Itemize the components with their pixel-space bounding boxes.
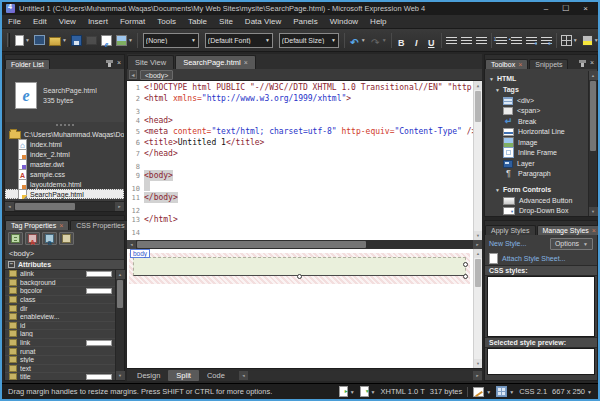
code-line-2[interactable]: 2<html xmlns="http://www.w3.org/1999/xht… — [127, 93, 473, 104]
toolbar-grip[interactable] — [7, 33, 10, 47]
folder-root-item[interactable]: C:\Users\Muhammad.Waqas\Documents\M — [5, 129, 124, 139]
attach-style-sheet-link[interactable]: Attach Style Sheet... — [502, 255, 565, 262]
print-button[interactable] — [84, 32, 99, 49]
attribute-row-id[interactable]: id — [5, 322, 115, 331]
new-document-button[interactable] — [13, 32, 32, 49]
attribute-row-class[interactable]: class — [5, 296, 115, 305]
menu-table[interactable]: Table — [182, 15, 213, 28]
dropdown-caret-icon[interactable] — [573, 37, 578, 43]
menu-data-view[interactable]: Data View — [239, 15, 287, 28]
tab-manage-styles[interactable]: Manage Styles — [537, 225, 600, 235]
collapse-triangle-icon[interactable] — [489, 76, 494, 82]
highlight-button[interactable] — [580, 32, 600, 49]
scroll-left-icon[interactable] — [127, 240, 136, 249]
menu-site[interactable]: Site — [213, 15, 239, 28]
file-item-master.dwt[interactable]: master.dwt — [5, 159, 124, 169]
tab-toolbox[interactable]: Toolbox — [485, 59, 528, 69]
file-item-sample.css[interactable]: sample.css — [5, 169, 124, 179]
menu-help[interactable]: Help — [364, 15, 392, 28]
attribute-value-field[interactable] — [86, 271, 112, 277]
code-line-14[interactable]: 14 — [127, 225, 473, 236]
dropdown-caret-icon[interactable] — [587, 389, 592, 395]
dropdown-caret-icon[interactable] — [594, 37, 599, 43]
body-tag-label[interactable]: body — [130, 249, 150, 258]
scroll-up-icon[interactable] — [474, 81, 483, 90]
pin-icon[interactable] — [108, 60, 111, 67]
body-element-box[interactable] — [133, 257, 466, 276]
panel-close-icon[interactable] — [590, 59, 594, 67]
toolbox-item-div[interactable]: <div> — [485, 95, 588, 106]
tab-apply-styles[interactable]: Apply Styles — [485, 225, 536, 235]
design-view[interactable]: body — [127, 249, 482, 368]
size-dropdown[interactable]: (Default Size) — [279, 33, 339, 48]
attribute-row-title[interactable]: title — [5, 373, 115, 380]
scroll-down-icon[interactable] — [589, 207, 598, 216]
margin-hatch-area[interactable] — [129, 253, 470, 284]
code-line-8[interactable]: 8 — [127, 159, 473, 170]
summary-button[interactable] — [59, 232, 74, 245]
menu-view[interactable]: View — [53, 15, 82, 28]
dropdown-caret-icon[interactable] — [361, 37, 366, 43]
toolbox-item-hr[interactable]: Horizontal Line — [485, 127, 588, 138]
dropdown-caret-icon[interactable] — [128, 37, 133, 43]
tag-properties-vscrollbar[interactable] — [115, 270, 124, 380]
tab-site-view[interactable]: Site View — [127, 55, 174, 69]
code-vscrollbar[interactable] — [473, 81, 482, 240]
tab-folder-list[interactable]: Folder List — [5, 59, 50, 69]
font-dropdown[interactable]: (Default Font) — [205, 33, 273, 48]
attribute-value-field[interactable] — [86, 374, 112, 380]
bold-button[interactable] — [394, 32, 409, 49]
scroll-down-icon[interactable] — [474, 359, 483, 368]
scroll-left-icon[interactable] — [5, 202, 14, 211]
bullet-list-button[interactable] — [509, 32, 524, 49]
align-right-button[interactable] — [474, 32, 489, 49]
attribute-row-background[interactable]: background — [5, 279, 115, 288]
menu-format[interactable]: Format — [114, 15, 151, 28]
code-line-11[interactable]: 11</body> — [127, 192, 473, 203]
breadcrumb-back-icon[interactable] — [129, 70, 137, 79]
attribute-row-link[interactable]: link — [5, 339, 115, 348]
design-vscrollbar[interactable] — [473, 249, 482, 368]
borders-button[interactable] — [559, 32, 580, 49]
attribute-value-field[interactable] — [86, 340, 112, 346]
code-view[interactable]: 1<!DOCTYPE html PUBLIC "-//W3C//DTD XHTM… — [127, 81, 482, 240]
dropdown-caret-icon[interactable] — [350, 389, 355, 395]
dropdown-caret-icon[interactable] — [265, 37, 270, 43]
collapse-triangle-icon[interactable] — [495, 187, 500, 193]
panel-close-icon[interactable] — [117, 59, 121, 67]
open-folder-button[interactable] — [47, 32, 69, 49]
code-hscrollbar[interactable] — [127, 240, 482, 249]
new-style-link[interactable]: New Style... — [489, 240, 526, 247]
tab-css-properties[interactable]: CSS Properties — [70, 220, 130, 230]
tab-close-icon[interactable] — [592, 227, 596, 234]
view-design[interactable]: Design — [129, 370, 168, 381]
dropdown-caret-icon[interactable] — [486, 389, 491, 395]
style-dropdown[interactable]: (None) — [143, 33, 199, 48]
attribute-row-text[interactable]: text — [5, 365, 115, 374]
toolbox-item-span[interactable]: <span> — [485, 106, 588, 117]
numbered-list-button[interactable] — [494, 32, 509, 49]
menu-tools[interactable]: Tools — [151, 15, 182, 28]
toolbox-item-iframe[interactable]: Inline Frame — [485, 148, 588, 159]
file-item-layoutdemo.html[interactable]: layoutdemo.html — [5, 179, 124, 189]
code-line-1[interactable]: 1<!DOCTYPE html PUBLIC "-//W3C//DTD XHTM… — [127, 82, 473, 93]
align-left-button[interactable] — [444, 32, 459, 49]
categorized-button[interactable] — [8, 232, 23, 245]
dropdown-caret-icon[interactable] — [371, 389, 376, 395]
dropdown-caret-icon[interactable] — [382, 37, 387, 43]
resize-handle-right-bottom[interactable] — [463, 274, 468, 279]
toolbox-group-form-controls[interactable]: Form Controls — [485, 184, 588, 195]
attribute-row-style[interactable]: style — [5, 356, 115, 365]
collapse-triangle-icon[interactable] — [495, 87, 500, 93]
toolbox-item-paragraph[interactable]: Paragraph — [485, 169, 588, 180]
scroll-down-icon[interactable] — [474, 231, 483, 240]
dropdown-caret-icon[interactable] — [191, 37, 196, 43]
view-split[interactable]: Split — [168, 370, 199, 381]
menu-file[interactable]: File — [2, 15, 27, 28]
scroll-left-icon[interactable] — [239, 371, 248, 380]
resize-handle-bottom-center[interactable] — [297, 274, 302, 279]
tab-close-icon[interactable] — [244, 59, 248, 66]
tab-close-icon[interactable] — [518, 61, 522, 68]
collapse-icon[interactable] — [8, 261, 15, 268]
style-application-button[interactable] — [473, 387, 491, 397]
